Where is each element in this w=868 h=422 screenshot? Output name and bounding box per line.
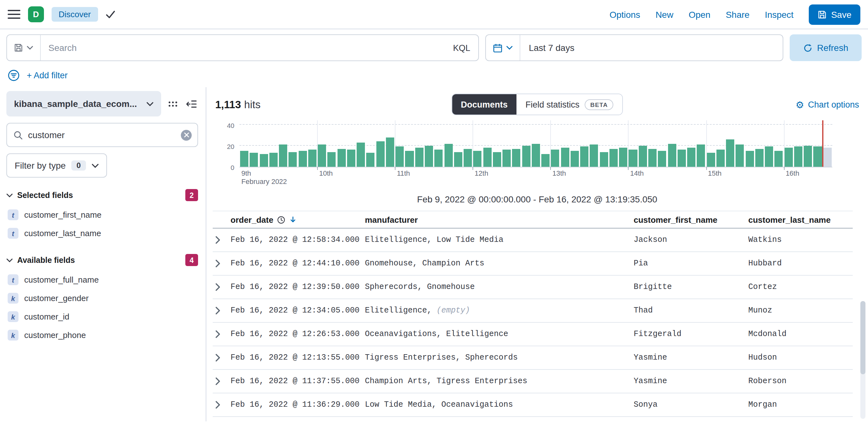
expand-chevron-icon [215,236,220,244]
table-row: Feb 16, 2022 @ 11:36:29.000Low Tide Medi… [213,393,853,417]
top-header: D Discover OptionsNewOpenShareInspect Sa… [0,0,868,29]
hits-count: 1,113 [215,98,241,110]
query-language-button[interactable]: KQL [445,43,478,53]
expand-row-button[interactable] [213,330,230,338]
selected-fields-header[interactable]: Selected fields 2 [6,189,198,201]
field-item-customer_full_name[interactable]: tcustomer_full_name [6,270,198,289]
field-item-customer_first_name[interactable]: tcustomer_first_name [6,205,198,224]
save-button[interactable]: Save [809,4,860,25]
expand-row-button[interactable] [213,378,230,385]
expand-row-button[interactable] [213,236,230,244]
histogram-bar [347,150,355,167]
filter-menu-icon[interactable] [8,69,20,82]
field-type-token-t-icon: t [8,228,19,239]
expand-row-button[interactable] [213,283,230,291]
fields-sidebar: kibana_sample_data_ecom... Filter by [0,87,206,421]
collapse-sidebar-button[interactable] [185,97,198,110]
field-type-token-k-icon: k [8,311,19,322]
tab-field-statistics[interactable]: Field statisticsBETA [517,94,622,115]
space-avatar[interactable]: D [28,6,44,22]
cell-order-date: Feb 16, 2022 @ 12:34:05.000 [230,306,365,315]
vertical-scrollbar[interactable] [860,301,865,419]
field-type-token-k-icon: k [8,293,19,303]
table-row: Feb 16, 2022 @ 12:13:55.000Tigress Enter… [213,346,853,370]
field-settings-button[interactable] [166,97,180,110]
cell-manufacturer: Oceanavigations, Elitelligence [365,330,633,338]
histogram-bar [794,147,802,167]
search-input[interactable] [41,43,445,53]
histogram-bar [784,148,793,167]
cell-order-date: Feb 16, 2022 @ 12:58:34.000 [230,235,365,245]
saved-query-menu-button[interactable] [7,35,41,61]
header-link-options[interactable]: Options [610,9,640,20]
close-icon [184,132,189,137]
time-range-value[interactable]: Last 7 days [521,43,575,53]
column-header-label: manufacturer [365,215,418,224]
table-row: Feb 16, 2022 @ 12:26:53.000Oceanavigatio… [213,323,853,346]
y-axis-tick-label: 20 [227,142,235,150]
clear-search-button[interactable] [181,130,192,140]
histogram-x-axis: 10th11th12th13th14th15th16th9thFebruary … [240,167,832,187]
table-row: Feb 16, 2022 @ 11:37:55.000Champion Arts… [213,370,853,393]
field-search-input[interactable] [28,130,176,140]
scrollbar-thumb[interactable] [860,301,865,374]
filter-by-type-button[interactable]: Filter by type 0 [6,153,107,177]
cell-customer-first-name: Sonya [633,400,748,409]
histogram-bar [337,149,345,167]
cell-customer-last-name: Hubbard [748,259,853,268]
grid-dots-icon [167,98,178,109]
calendar-icon [493,43,503,53]
histogram-bar [279,144,287,167]
y-axis-tick-label: 0 [230,164,235,171]
menu-hamburger-button[interactable] [8,9,20,19]
expand-row-button[interactable] [213,401,230,409]
cell-customer-last-name: Munoz [748,306,853,315]
save-icon [818,10,827,19]
histogram-bar [823,148,831,167]
breadcrumb[interactable]: Discover [52,7,98,22]
index-pattern-switcher[interactable]: kibana_sample_data_ecom... [6,91,161,117]
field-item-customer_last_name[interactable]: tcustomer_last_name [6,224,198,242]
column-header-customer_last_name[interactable]: customer_last_name [748,215,853,224]
header-link-new[interactable]: New [656,9,674,20]
chart-options-button[interactable]: ⚙ Chart options [796,100,859,109]
expand-row-button[interactable] [213,260,230,267]
refresh-button[interactable]: Refresh [790,34,862,61]
x-axis-tick-label: 13th [553,169,566,177]
expand-row-button[interactable] [213,307,230,315]
histogram-bar [580,147,588,167]
column-header-manufacturer[interactable]: manufacturer [365,215,633,224]
field-item-customer_gender[interactable]: kcustomer_gender [6,289,198,307]
header-link-open[interactable]: Open [689,9,711,20]
add-filter-link[interactable]: + Add filter [27,71,67,80]
expand-row-button[interactable] [213,354,230,361]
histogram-bar [619,148,627,167]
histogram-bar [629,150,637,167]
tab-documents[interactable]: Documents [452,94,517,115]
header-link-share[interactable]: Share [726,9,749,20]
column-header-customer_first_name[interactable]: customer_first_name [633,215,748,224]
app-root: D Discover OptionsNewOpenShareInspect Sa… [0,0,868,422]
field-search-box [6,123,198,147]
x-axis-tick-label: 10th [319,169,333,177]
column-header-label: customer_last_name [748,215,831,224]
histogram-bar [250,153,258,167]
cell-manufacturer: Champion Arts, Tigress Enterprises [365,377,633,386]
y-axis-tick-label: 40 [227,121,235,129]
histogram-plot[interactable] [240,120,832,167]
expand-chevron-icon [215,401,220,409]
header-link-inspect[interactable]: Inspect [765,9,794,20]
field-item-customer_phone[interactable]: kcustomer_phone [6,326,198,344]
histogram-bar [561,148,569,167]
field-item-customer_id[interactable]: kcustomer_id [6,307,198,326]
available-fields-header[interactable]: Available fields 4 [6,254,198,266]
field-name: customer_gender [24,293,89,303]
column-header-label: customer_first_name [633,215,717,224]
column-header-order_date[interactable]: order_date [230,215,365,224]
histogram-bar [658,151,666,167]
field-name: customer_first_name [24,210,101,220]
documents-table: order_datemanufacturercustomer_first_nam… [213,211,853,417]
table-row: Feb 16, 2022 @ 12:34:05.000Elitelligence… [213,299,853,323]
expand-chevron-icon [215,283,220,291]
date-quick-select-button[interactable] [486,35,521,61]
